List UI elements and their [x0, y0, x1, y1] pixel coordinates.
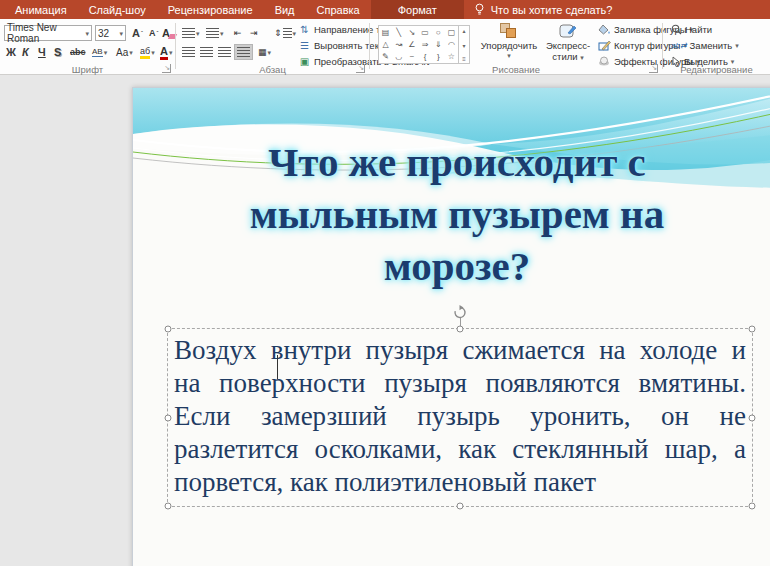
lines-icon — [283, 28, 292, 39]
arrow-shape-icon[interactable]: ↘ — [405, 26, 418, 38]
body-text[interactable]: Воздух внутри пузыря сжимается на холоде… — [174, 334, 746, 499]
resize-handle-top-left[interactable] — [165, 326, 172, 333]
drawing-group: ▤╲↘▭○▢ △↝∠⇒⇓◠ ✎◡~{}☆ ▴▾≡ Упорядочить ▾ Э… — [370, 19, 662, 75]
up-mark-icon: ˆ — [141, 30, 143, 36]
chevron-down-icon: ▾ — [293, 30, 297, 37]
italic-glyph: К — [22, 46, 29, 58]
resize-handle-bottom-right[interactable] — [749, 503, 756, 510]
arrange-button[interactable]: Упорядочить ▾ — [478, 23, 540, 59]
align-left-icon — [182, 47, 195, 58]
bold-button[interactable]: Ж — [4, 44, 18, 60]
resize-handle-top-right[interactable] — [749, 326, 756, 333]
find-button[interactable]: Найти — [671, 24, 712, 35]
grow-font-glyph: А — [132, 27, 140, 39]
angle-shape-icon[interactable]: ∠ — [405, 38, 418, 50]
scribble-shape-icon[interactable]: ✎ — [379, 51, 392, 63]
font-dialog-launcher[interactable]: ↘ — [162, 64, 171, 73]
columns-button[interactable]: ▦▾ — [256, 44, 273, 60]
italic-button[interactable]: К — [20, 44, 31, 60]
arc-shape-icon[interactable]: ◠ — [445, 38, 458, 50]
increase-indent-button[interactable]: ⇥ — [248, 25, 260, 41]
font-color-button[interactable]: А▾ — [158, 44, 174, 60]
replace-button[interactable]: ab⇄ Заменить▾ — [671, 40, 739, 51]
block-arrow-right-icon[interactable]: ⇒ — [419, 38, 432, 50]
resize-handle-middle-right[interactable] — [749, 414, 756, 421]
tab-review[interactable]: Рецензирование — [157, 0, 264, 19]
font-size-value: 32 — [98, 28, 109, 39]
grow-font-button[interactable]: Аˆ — [130, 25, 145, 41]
body-line: Воздух внутри пузыря сжимается на холоде… — [174, 334, 746, 367]
justify-icon — [237, 47, 250, 58]
brace-right-icon[interactable]: } — [432, 51, 445, 63]
title-line: морозе? — [143, 240, 770, 292]
scroll-up-icon[interactable]: ▴ — [462, 27, 465, 34]
columns-icon: ▦ — [258, 47, 267, 57]
rectangle-shape-icon[interactable]: ▭ — [419, 26, 432, 38]
text-highlight-button[interactable]: аб▾ — [138, 44, 157, 60]
bullets-button[interactable]: ▾ — [180, 25, 202, 41]
tab-label: Вид — [275, 4, 295, 16]
chevron-down-icon: ▾ — [735, 42, 739, 49]
shapes-gallery-scrollbar[interactable]: ▴▾≡ — [458, 26, 469, 63]
justify-button[interactable] — [234, 44, 253, 60]
shrink-font-button[interactable]: Аˇ — [147, 25, 161, 41]
textbox-shape-icon[interactable]: ▤ — [379, 26, 392, 38]
shapes-gallery[interactable]: ▤╲↘▭○▢ △↝∠⇒⇓◠ ✎◡~{}☆ ▴▾≡ — [378, 25, 470, 64]
tab-format-active[interactable]: Формат — [371, 0, 464, 19]
curve-shape-icon[interactable]: ◡ — [392, 51, 405, 63]
numbering-button[interactable]: ▾ — [204, 25, 226, 41]
clear-formatting-button[interactable]: А — [160, 25, 172, 41]
tab-label: Анимация — [15, 4, 67, 16]
freeform-shape-icon[interactable]: ↝ — [392, 38, 405, 50]
triangle-shape-icon[interactable]: △ — [379, 38, 392, 50]
tell-me-search[interactable]: Что вы хотите сделать? — [464, 0, 613, 19]
drawing-dialog-launcher[interactable]: ↘ — [649, 64, 658, 73]
star-shape-icon[interactable]: ☆ — [445, 51, 458, 63]
resize-handle-bottom-left[interactable] — [165, 503, 172, 510]
body-textbox-selected[interactable]: Воздух внутри пузыря сжимается на холоде… — [167, 328, 753, 507]
align-text-icon: ☰ — [298, 40, 311, 51]
block-arrow-down-icon[interactable]: ⇓ — [432, 38, 445, 50]
resize-handle-bottom-center[interactable] — [457, 503, 464, 510]
strikethrough-button[interactable]: abc — [68, 44, 88, 60]
underline-button[interactable]: Ч — [36, 44, 48, 60]
chevron-down-icon: ▾ — [196, 30, 200, 37]
character-spacing-button[interactable]: АВ▾ — [90, 44, 109, 60]
align-center-button[interactable] — [198, 44, 215, 60]
oval-shape-icon[interactable]: ○ — [432, 26, 445, 38]
line-spacing-button[interactable]: ⇕▾ — [272, 25, 298, 41]
search-icon — [671, 24, 682, 35]
rounded-rect-shape-icon[interactable]: ▢ — [445, 26, 458, 38]
scroll-down-icon[interactable]: ▾ — [462, 42, 465, 49]
slide-title-placeholder[interactable]: Что же происходит с мыльным пузырем на м… — [143, 136, 770, 292]
slide-canvas[interactable]: Что же происходит с мыльным пузырем на м… — [132, 87, 770, 566]
wave-shape-icon[interactable]: ~ — [405, 51, 418, 63]
line-spacing-icon: ⇕ — [274, 28, 282, 38]
editing-group: Найти ab⇄ Заменить▾ Выделить▾ Редактиров… — [663, 19, 770, 75]
ribbon: Times New Roman▾ 32▾ Аˆ Аˇ А Ж К Ч S abc… — [0, 19, 770, 75]
tab-view[interactable]: Вид — [264, 0, 306, 19]
line-shape-icon[interactable]: ╲ — [392, 26, 405, 38]
brace-left-icon[interactable]: { — [419, 51, 432, 63]
tab-animation[interactable]: Анимация — [4, 0, 78, 19]
font-group-label: Шрифт — [0, 64, 175, 75]
tab-slideshow[interactable]: Слайд-шоу — [78, 0, 157, 19]
down-mark-icon: ˇ — [157, 30, 159, 36]
resize-handle-middle-left[interactable] — [165, 414, 172, 421]
eraser-icon: А — [162, 27, 170, 39]
rotation-handle[interactable] — [453, 305, 468, 324]
paragraph-dialog-launcher[interactable]: ↘ — [356, 64, 365, 73]
change-case-button[interactable]: Аа▾ — [114, 44, 135, 60]
quick-styles-button[interactable]: Экспресс- стили ▾ — [542, 23, 594, 63]
align-right-button[interactable] — [216, 44, 233, 60]
tab-help[interactable]: Справка — [306, 0, 371, 19]
font-size-combo[interactable]: 32▾ — [95, 25, 126, 41]
font-name-combo[interactable]: Times New Roman▾ — [4, 25, 92, 41]
decrease-indent-button[interactable]: ⇤ — [232, 25, 244, 41]
resize-handle-top-center[interactable] — [457, 326, 464, 333]
align-left-button[interactable] — [180, 44, 197, 60]
paragraph-group: ▾ ▾ ⇤ ⇥ ⇕▾ ▦▾ ⇅Направление текста▾ ☰Выро… — [176, 19, 369, 75]
paragraph-group-label: Абзац — [176, 64, 369, 75]
gallery-more-icon[interactable]: ≡ — [462, 56, 466, 62]
text-shadow-button[interactable]: S — [52, 44, 63, 60]
